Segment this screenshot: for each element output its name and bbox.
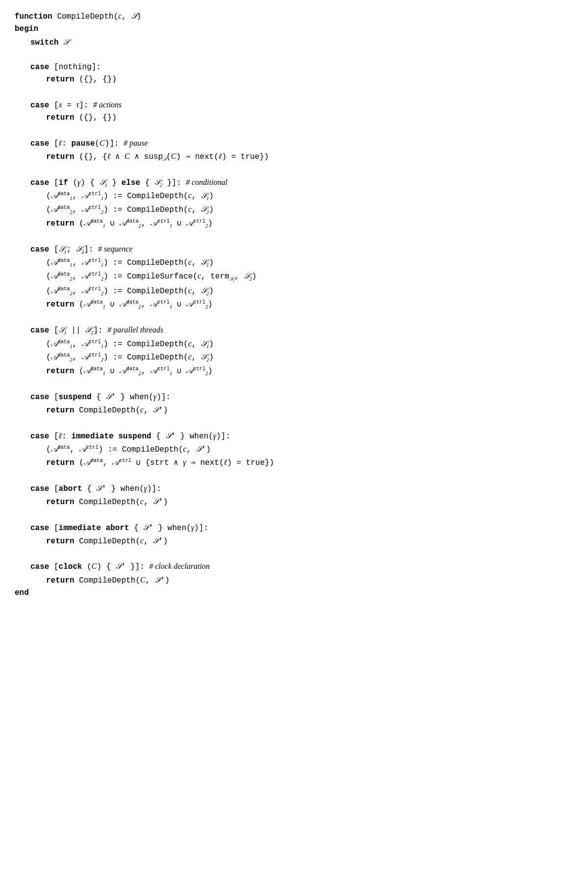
line-blank6 — [15, 311, 573, 324]
line-case-imm-abort: case [immediate abort { 𝒮′ } when(γ)]: — [15, 521, 573, 535]
line-begin: begin — [15, 23, 573, 35]
line-seq-assign3: (𝒜data2, 𝒜ctrl2) := CompileDepth(c, 𝒮2) — [15, 284, 573, 298]
line-case-imm-suspend: case [ℓ: immediate suspend { 𝒮′ } when(γ… — [15, 430, 573, 443]
line-blank7 — [15, 378, 573, 390]
line-blank1 — [15, 49, 573, 61]
line-par-assign2: (𝒜data2, 𝒜ctrl2) := CompileDepth(c, 𝒮2) — [15, 351, 573, 364]
line-case-nothing: case [nothing]: — [15, 61, 573, 74]
line-blank8 — [15, 417, 573, 429]
line-return-x-tau: return ({}, {}) — [15, 112, 573, 124]
line-seq-return: return (𝒜data1 ∪ 𝒜data2, 𝒜ctrl1 ∪ 𝒜ctrl2… — [15, 298, 573, 311]
line-case-if: case [if (γ) { 𝒮1 } else { 𝒮2 }]: # cond… — [15, 176, 573, 190]
line-case-seq: case [𝒮1; 𝒮2]: # sequence — [15, 243, 573, 256]
line-blank5 — [15, 230, 573, 242]
line-case-suspend: case [suspend { 𝒮′ } when(γ)]: — [15, 390, 573, 404]
line-return-pause: return ({}, {ℓ ∧ C ∧ susp𝒮(C) ⇒ next(ℓ) … — [15, 150, 573, 164]
line-if-assign2: (𝒜data2, 𝒜ctrl2) := CompileDepth(c, 𝒮2) — [15, 203, 573, 217]
line-blank3 — [15, 124, 573, 136]
line-seq-assign1: (𝒜data1, 𝒜ctrl1) := CompileDepth(c, 𝒮1) — [15, 256, 573, 270]
line-imm-abort-return: return CompileDepth(c, 𝒮′) — [15, 535, 573, 548]
line-case-clock: case [clock (C) { 𝒮′ }]: # clock declara… — [15, 560, 573, 573]
line-blank9 — [15, 469, 573, 482]
line-clock-return: return CompileDepth(C, 𝒮′) — [15, 574, 573, 587]
line-if-assign1: (𝒜data1, 𝒜ctrl1) := CompileDepth(c, 𝒮1) — [15, 189, 573, 203]
line-case-pause: case [ℓ: pause(C)]: # pause — [15, 137, 573, 150]
line-blank10 — [15, 509, 573, 521]
line-case-x-tau: case [x = τ]: # actions — [15, 99, 573, 112]
kw-function: function — [15, 12, 52, 21]
line-par-assign1: (𝒜data1, 𝒜ctrl1) := CompileDepth(c, 𝒮1) — [15, 337, 573, 351]
line-blank11 — [15, 548, 573, 560]
line-imm-suspend-return: return (𝒜data, 𝒜ctrl ∪ {strt ∧ γ ⇒ next(… — [15, 456, 573, 469]
line-blank2 — [15, 86, 573, 99]
line-suspend-return: return CompileDepth(c, 𝒮′) — [15, 404, 573, 417]
line-function: function CompileDepth(c, 𝒮) — [15, 10, 573, 23]
line-abort-return: return CompileDepth(c, 𝒮′) — [15, 495, 573, 509]
line-if-return: return (𝒜data1 ∪ 𝒜data2, 𝒜ctrl1 ∪ 𝒜ctrl2… — [15, 217, 573, 230]
line-return-nothing: return ({}, {}) — [15, 74, 573, 86]
line-switch: switch 𝒮 — [15, 36, 573, 49]
line-case-abort: case [abort { 𝒮′ } when(γ)]: — [15, 482, 573, 495]
line-seq-assign2: (𝒜data2, 𝒜ctrl2) := CompileSurface(c, te… — [15, 270, 573, 284]
line-par-return: return (𝒜data1 ∪ 𝒜data2, 𝒜ctrl1 ∪ 𝒜ctrl2… — [15, 364, 573, 378]
line-imm-suspend-assign: (𝒜data, 𝒜ctrl) := CompileDepth(c, 𝒮′) — [15, 443, 573, 456]
line-end: end — [15, 587, 573, 599]
code-container: function CompileDepth(c, 𝒮) begin switch… — [15, 10, 573, 599]
line-blank4 — [15, 164, 573, 176]
line-case-par: case [𝒮1 || 𝒮2]: # parallel threads — [15, 324, 573, 337]
